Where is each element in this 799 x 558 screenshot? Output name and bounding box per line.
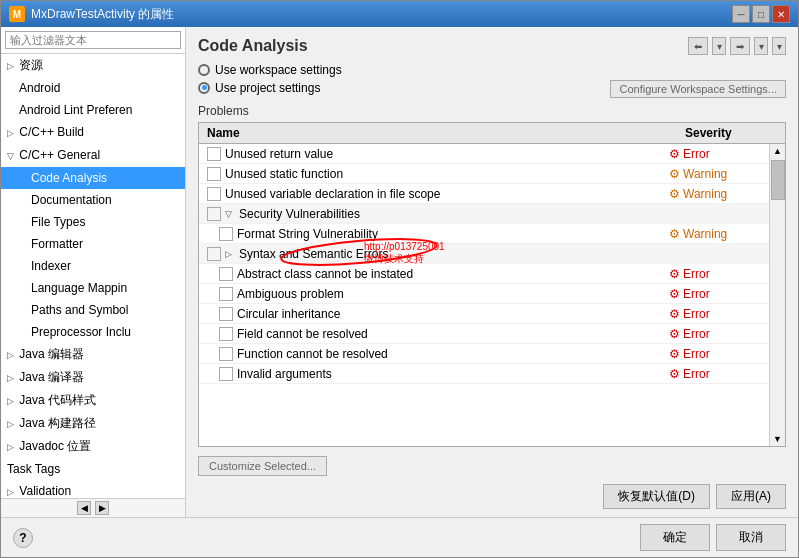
sidebar-item-language-mapping[interactable]: Language Mappin — [1, 277, 185, 299]
sidebar-item-label: Java 构建路径 — [19, 416, 96, 430]
problems-table: Name Severity Unused return value ⚙ — [198, 122, 786, 447]
problems-section: Problems Name Severity Unused return val… — [198, 104, 786, 476]
table-row-section[interactable]: ▽ Security Vulnerabilities — [199, 204, 769, 224]
row-label: Unused variable declaration in file scop… — [225, 187, 669, 201]
sidebar-item-file-types[interactable]: File Types — [1, 211, 185, 233]
table-row[interactable]: Unused return value ⚙ Error — [199, 144, 769, 164]
workspace-radio-label: Use workspace settings — [215, 63, 342, 77]
sidebar-item-indexer[interactable]: Indexer — [1, 255, 185, 277]
table-row[interactable]: Function cannot be resolved ⚙ Error — [199, 344, 769, 364]
row-checkbox[interactable] — [219, 307, 233, 321]
sidebar-item-cpp-general[interactable]: ▽ C/C++ General — [1, 144, 185, 167]
section-checkbox[interactable] — [207, 207, 221, 221]
row-severity: ⚙ Error — [669, 347, 769, 361]
severity-label: Error — [683, 327, 710, 341]
section-label: Security Vulnerabilities — [239, 207, 769, 221]
scroll-right-btn[interactable]: ▶ — [95, 501, 109, 515]
cancel-button[interactable]: 取消 — [716, 524, 786, 551]
row-checkbox[interactable] — [207, 147, 221, 161]
sidebar-item-java-editor[interactable]: ▷ Java 编辑器 — [1, 343, 185, 366]
project-radio-row: Use project settings — [198, 81, 320, 95]
restore-defaults-button[interactable]: 恢复默认值(D) — [603, 484, 710, 509]
main-panel: Code Analysis ⬅ ▾ ➡ ▾ ▾ Use workspace se… — [186, 27, 798, 517]
row-checkbox[interactable] — [219, 327, 233, 341]
sidebar-item-validation[interactable]: ▷ Validation — [1, 480, 185, 498]
sidebar-item-preprocessor[interactable]: Preprocessor Inclu — [1, 321, 185, 343]
scroll-thumb[interactable] — [771, 160, 785, 200]
sidebar-item-formatter[interactable]: Formatter — [1, 233, 185, 255]
scroll-left-btn[interactable]: ◀ — [77, 501, 91, 515]
row-checkbox[interactable] — [207, 167, 221, 181]
back-button[interactable]: ⬅ — [688, 37, 708, 55]
maximize-button[interactable]: □ — [752, 5, 770, 23]
row-severity: ⚙ Warning — [669, 167, 769, 181]
sidebar-item-label: Java 编辑器 — [19, 347, 84, 361]
back-dropdown[interactable]: ▾ — [712, 37, 726, 55]
sidebar-item-label: Android — [19, 81, 60, 95]
row-checkbox[interactable] — [219, 367, 233, 381]
row-checkbox[interactable] — [219, 227, 233, 241]
sidebar-scroll-inner: ◀ ▶ — [77, 501, 109, 515]
sidebar-item-cpp-build[interactable]: ▷ C/C++ Build — [1, 121, 185, 144]
project-radio-label: Use project settings — [215, 81, 320, 95]
severity-label: Error — [683, 287, 710, 301]
history-dropdown[interactable]: ▾ — [772, 37, 786, 55]
apply-button[interactable]: 应用(A) — [716, 484, 786, 509]
row-label: Unused static function — [225, 167, 669, 181]
table-row-section-highlighted[interactable]: ▷ Syntax and Semantic Errors http://p013… — [199, 244, 769, 264]
row-severity: ⚙ Error — [669, 267, 769, 281]
sidebar-item-java-build-path[interactable]: ▷ Java 构建路径 — [1, 412, 185, 435]
workspace-radio[interactable] — [198, 64, 210, 76]
row-label: Function cannot be resolved — [237, 347, 669, 361]
help-button[interactable]: ? — [13, 528, 33, 548]
filter-input[interactable] — [5, 31, 181, 49]
close-button[interactable]: ✕ — [772, 5, 790, 23]
row-checkbox[interactable] — [219, 287, 233, 301]
sidebar-item-task-tags[interactable]: Task Tags — [1, 458, 185, 480]
bottom-buttons: 恢复默认值(D) 应用(A) — [198, 484, 786, 509]
nav-buttons: ⬅ ▾ ➡ ▾ ▾ — [688, 37, 786, 55]
table-row[interactable]: Unused variable declaration in file scop… — [199, 184, 769, 204]
expand-arrow: ▷ — [7, 350, 14, 360]
table-row[interactable]: Circular inheritance ⚙ Error — [199, 304, 769, 324]
table-header: Name Severity — [199, 123, 785, 144]
section-checkbox[interactable] — [207, 247, 221, 261]
expand-arrow: ▽ — [7, 151, 14, 161]
table-row[interactable]: Invalid arguments ⚙ Error — [199, 364, 769, 384]
row-checkbox[interactable] — [219, 267, 233, 281]
scroll-up-btn[interactable]: ▲ — [771, 144, 784, 158]
sidebar-item-label: Paths and Symbol — [31, 303, 128, 317]
table-row[interactable]: Unused static function ⚙ Warning — [199, 164, 769, 184]
project-radio[interactable] — [198, 82, 210, 94]
forward-button[interactable]: ➡ — [730, 37, 750, 55]
expand-arrow: ▷ — [7, 419, 14, 429]
section-expand: ▽ — [225, 209, 237, 219]
ok-button[interactable]: 确定 — [640, 524, 710, 551]
title-buttons: ─ □ ✕ — [732, 5, 790, 23]
minimize-button[interactable]: ─ — [732, 5, 750, 23]
section-label: Syntax and Semantic Errors — [239, 247, 769, 261]
table-row[interactable]: Field cannot be resolved ⚙ Error — [199, 324, 769, 344]
row-checkbox[interactable] — [207, 187, 221, 201]
sidebar-item-code-analysis[interactable]: Code Analysis — [1, 167, 185, 189]
table-row[interactable]: Abstract class cannot be instated ⚙ Erro… — [199, 264, 769, 284]
row-checkbox[interactable] — [219, 347, 233, 361]
table-scrollbar[interactable]: ▲ ▼ — [769, 144, 785, 446]
configure-workspace-button[interactable]: Configure Workspace Settings... — [610, 80, 786, 98]
table-row[interactable]: Format String Vulnerability ⚙ Warning — [199, 224, 769, 244]
sidebar-item-java-code-style[interactable]: ▷ Java 代码样式 — [1, 389, 185, 412]
problems-label: Problems — [198, 104, 786, 118]
sidebar-item-paths-symbols[interactable]: Paths and Symbol — [1, 299, 185, 321]
sidebar-item-resources[interactable]: ▷ 资源 — [1, 54, 185, 77]
sidebar-item-java-compiler[interactable]: ▷ Java 编译器 — [1, 366, 185, 389]
sidebar-item-documentation[interactable]: Documentation — [1, 189, 185, 211]
properties-window: M MxDrawTestActivity 的属性 ─ □ ✕ ▷ 资源 Andr… — [0, 0, 799, 558]
sidebar-item-label: Code Analysis — [31, 171, 107, 185]
sidebar-item-android-lint[interactable]: Android Lint Preferen — [1, 99, 185, 121]
sidebar-item-javadoc[interactable]: ▷ Javadoc 位置 — [1, 435, 185, 458]
table-row[interactable]: Ambiguous problem ⚙ Error — [199, 284, 769, 304]
forward-dropdown[interactable]: ▾ — [754, 37, 768, 55]
sidebar-item-android[interactable]: Android — [1, 77, 185, 99]
scroll-down-btn[interactable]: ▼ — [771, 432, 784, 446]
customize-selected-button[interactable]: Customize Selected... — [198, 456, 327, 476]
